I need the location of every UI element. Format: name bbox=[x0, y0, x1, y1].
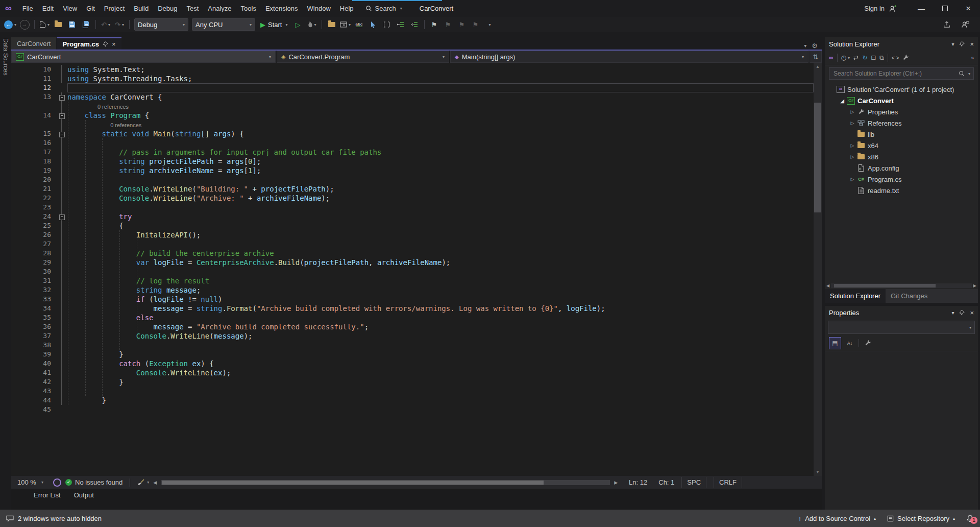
tree-item-properties[interactable]: ▷Properties bbox=[825, 106, 978, 117]
spell-check-button[interactable]: abc bbox=[353, 18, 366, 31]
editor-horizontal-scrollbar[interactable] bbox=[161, 480, 610, 485]
menu-file[interactable]: File bbox=[18, 0, 38, 17]
menu-window[interactable]: Window bbox=[303, 0, 335, 17]
fold-gutter[interactable] bbox=[56, 157, 67, 166]
window-position-icon[interactable]: ▾ bbox=[951, 41, 954, 47]
fold-gutter[interactable] bbox=[56, 239, 67, 249]
fold-gutter[interactable] bbox=[56, 313, 67, 322]
breakpoint-margin[interactable] bbox=[11, 322, 23, 331]
fold-gutter[interactable] bbox=[56, 258, 67, 267]
fold-gutter[interactable] bbox=[56, 221, 67, 230]
fold-gutter[interactable] bbox=[56, 230, 67, 239]
document-well-options-gear-icon[interactable]: ⚙ bbox=[812, 42, 818, 50]
fold-gutter[interactable] bbox=[56, 304, 67, 313]
scroll-down-icon[interactable]: ▼ bbox=[816, 468, 820, 476]
codelens-row[interactable]: 0 references bbox=[11, 102, 814, 111]
code-line-11[interactable]: 11using System.Threading.Tasks; bbox=[11, 74, 814, 83]
breakpoint-margin[interactable] bbox=[11, 138, 23, 148]
code-line-10[interactable]: 10using System.Text; bbox=[11, 65, 814, 74]
code-line-22[interactable]: 22 Console.WriteLine("Archive: " + archi… bbox=[11, 194, 814, 203]
breakpoint-margin[interactable] bbox=[11, 175, 23, 184]
toolbar-options-button[interactable]: ▾ bbox=[483, 18, 496, 31]
document-tab-carconvert[interactable]: CarConvert bbox=[11, 37, 56, 50]
fold-collapse-icon[interactable] bbox=[59, 214, 65, 220]
code-line-28[interactable]: 28 // build the centerprise archive bbox=[11, 249, 814, 258]
project-dropdown[interactable]: C# CarConvert ▾ bbox=[11, 51, 276, 63]
expand-arrow-icon[interactable]: ◢ bbox=[838, 98, 846, 104]
breakpoint-margin[interactable] bbox=[11, 249, 23, 258]
breakpoint-margin[interactable] bbox=[11, 148, 23, 157]
breakpoint-margin[interactable] bbox=[11, 267, 23, 276]
tree-item-readme-txt[interactable]: readme.txt bbox=[825, 185, 978, 196]
fold-gutter[interactable] bbox=[56, 405, 67, 414]
switch-views-icon[interactable]: ∞ bbox=[829, 54, 834, 61]
scroll-right-icon[interactable]: ▶ bbox=[973, 283, 976, 288]
fold-gutter[interactable] bbox=[56, 184, 67, 194]
autohide-tab-data-sources[interactable]: Data Sources bbox=[0, 32, 11, 510]
pending-changes-filter-icon[interactable]: ◷▾ bbox=[841, 54, 850, 61]
breakpoint-margin[interactable] bbox=[11, 111, 23, 120]
close-icon[interactable]: × bbox=[112, 40, 116, 48]
open-file-button[interactable] bbox=[52, 18, 65, 31]
solution-explorer-search[interactable]: ▾ bbox=[829, 67, 974, 80]
solution-explorer-horizontal-scrollbar[interactable]: ◀ ▶ bbox=[825, 282, 978, 289]
type-dropdown[interactable]: ◈ CarConvert.Program ▾ bbox=[277, 51, 449, 63]
tool-tab-solution-explorer[interactable]: Solution Explorer bbox=[825, 289, 886, 303]
tree-item-references[interactable]: ▷References bbox=[825, 117, 978, 129]
fold-gutter[interactable] bbox=[56, 102, 67, 111]
code-line-13[interactable]: 13namespace CarConvert { bbox=[11, 92, 814, 102]
code-line-19[interactable]: 19 string archiveFileName = args[1]; bbox=[11, 166, 814, 175]
fold-gutter[interactable] bbox=[56, 396, 67, 405]
fold-gutter[interactable] bbox=[56, 138, 67, 148]
code-line-21[interactable]: 21 Console.WriteLine("Building: " + proj… bbox=[11, 184, 814, 194]
scroll-left-icon[interactable]: ◀ bbox=[153, 480, 157, 485]
breakpoint-margin[interactable] bbox=[11, 129, 23, 138]
code-line-20[interactable]: 20 bbox=[11, 175, 814, 184]
fold-gutter[interactable] bbox=[56, 120, 67, 129]
code-line-17[interactable]: 17 // pass in arguments for input cprj a… bbox=[11, 148, 814, 157]
save-all-button[interactable] bbox=[79, 18, 92, 31]
navigate-forward-button[interactable]: → bbox=[18, 18, 31, 31]
fold-gutter[interactable] bbox=[56, 65, 67, 74]
tree-item-lib[interactable]: lib bbox=[825, 129, 978, 140]
show-all-files-icon[interactable]: ⧉ bbox=[879, 54, 884, 61]
minimize-button[interactable]: — bbox=[910, 0, 933, 17]
pin-icon[interactable] bbox=[959, 41, 965, 47]
view-code-icon[interactable]: < > bbox=[892, 55, 899, 61]
tool-tab-git-changes[interactable]: Git Changes bbox=[886, 289, 933, 303]
autohide-tab-error-list[interactable]: Error List bbox=[34, 491, 61, 499]
tree-item-carconvert[interactable]: ◢C#CarConvert bbox=[825, 95, 978, 106]
expand-arrow-icon[interactable]: ▷ bbox=[848, 177, 856, 182]
code-line-27[interactable]: 27 bbox=[11, 239, 814, 249]
search-control[interactable]: Search ▾ bbox=[365, 5, 402, 12]
breakpoint-margin[interactable] bbox=[11, 212, 23, 221]
fold-gutter[interactable] bbox=[56, 203, 67, 212]
fold-gutter[interactable] bbox=[56, 83, 67, 92]
expand-arrow-icon[interactable]: ▷ bbox=[848, 121, 856, 126]
breakpoint-margin[interactable] bbox=[11, 313, 23, 322]
menu-test[interactable]: Test bbox=[182, 0, 203, 17]
breakpoint-margin[interactable] bbox=[11, 166, 23, 175]
navigate-symbols-button[interactable] bbox=[380, 18, 394, 31]
restore-button[interactable] bbox=[933, 0, 957, 17]
autohide-tab-output[interactable]: Output bbox=[74, 491, 94, 499]
hot-reload-button[interactable]: ▾ bbox=[305, 18, 318, 31]
close-icon[interactable]: × bbox=[970, 40, 974, 48]
scrollbar-thumb[interactable] bbox=[162, 481, 544, 485]
scrollbar-thumb[interactable] bbox=[834, 284, 935, 288]
undo-button[interactable]: ↶▾ bbox=[99, 18, 112, 31]
menu-build[interactable]: Build bbox=[129, 0, 153, 17]
share-button[interactable] bbox=[940, 18, 953, 31]
start-without-debugging-button[interactable]: ▷ bbox=[291, 18, 305, 31]
tree-item-x86[interactable]: ▷x86 bbox=[825, 151, 978, 162]
window-position-icon[interactable]: ▾ bbox=[951, 310, 954, 316]
fold-gutter[interactable] bbox=[56, 322, 67, 331]
code-line-15[interactable]: 15 static void Main(string[] args) { bbox=[11, 129, 814, 138]
fold-gutter[interactable] bbox=[56, 350, 67, 359]
editor-vertical-scrollbar[interactable]: ▲ ▼ bbox=[814, 63, 822, 476]
code-line-16[interactable]: 16 bbox=[11, 138, 814, 148]
code-line-12[interactable]: 12 bbox=[11, 83, 814, 92]
fold-gutter[interactable] bbox=[56, 295, 67, 304]
fold-gutter[interactable] bbox=[56, 74, 67, 83]
space-mode-indicator[interactable]: SPC bbox=[681, 477, 706, 488]
